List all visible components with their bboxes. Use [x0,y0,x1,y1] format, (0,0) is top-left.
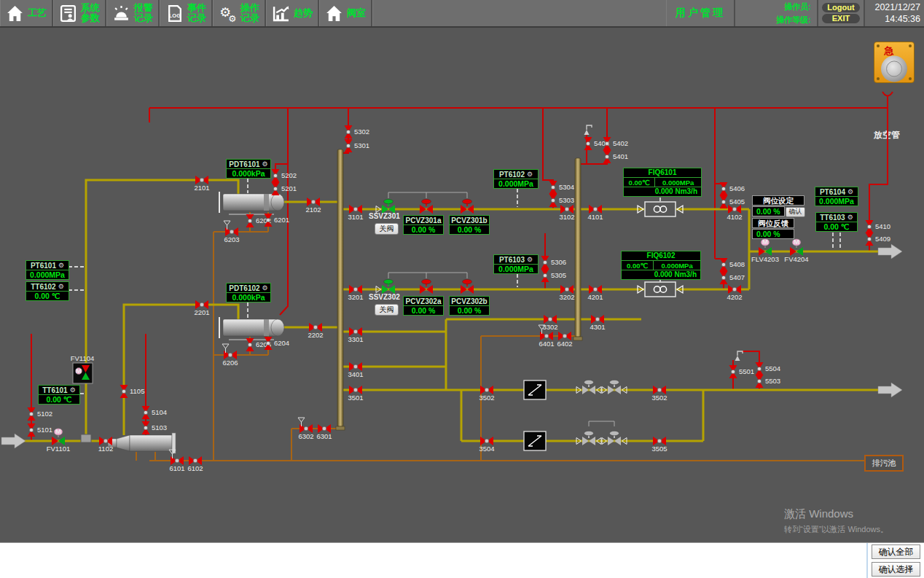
user-management-button[interactable]: 用户管理 [666,0,735,26]
instrument-pcvz302a[interactable]: PCVZ302a0.00 % [403,296,444,316]
valve-6203: 6203 [224,221,240,243]
gear-icon[interactable]: ⚙ [262,284,268,292]
valve-tag: 3102 [559,213,574,221]
valve-tag: 5303 [559,196,574,204]
gear-icon[interactable]: ⚙ [847,188,853,195]
valve-5301: 5301 [345,139,370,152]
valve-3505: 3505 [651,437,667,453]
valve-ya[interactable] [602,431,627,445]
instrument-value: 0.00 ℃ [26,292,68,300]
valve-tag: 5410 [875,222,890,230]
ssvz301-label: SSVZ301 [369,212,400,220]
logout-button[interactable]: Logout [822,3,860,12]
valve-tag: 6201 [274,216,289,224]
valve-tag: 5305 [551,271,566,279]
confirm-select-button[interactable]: 确认选择 [872,562,920,577]
valve-tag: 5301 [354,141,369,149]
datetime-display: 2021/12/27 14:45:36 [865,0,924,26]
instrument-tag: FIQ6101 [624,168,701,178]
estop-mushroom-icon[interactable] [881,55,907,82]
valve-setpoint-confirm-button[interactable]: 确认 [786,207,805,217]
ssvz302-close-valve-button[interactable]: 关阀 [375,304,399,316]
instrument-tt6103[interactable]: TT6103⚙0.00 ℃ [815,212,858,232]
manifold-bar-1 [336,149,345,430]
nav-alarm-2[interactable]: 报警 记录 [106,0,160,26]
valve-3102: 3102 [559,205,574,221]
instrument-fiq6101[interactable]: FIQ61010.00℃0.000MPa0.000 Nm3/h [623,168,702,197]
valve-6102: 6102 [187,456,203,472]
nav-home-6[interactable]: 阀室 [319,0,372,26]
valve-ya[interactable] [576,380,601,394]
emergency-stop-button[interactable]: 急停 [874,42,915,83]
svg-text:LOG: LOG [169,12,181,18]
valve-tag: 5102 [37,410,52,418]
pipe-process [86,180,238,441]
valve-ra[interactable] [461,279,474,294]
instrument-pt6104[interactable]: PT6104⚙0.000MPa [815,187,858,206]
valve-feedback-label: 阀位反馈 [752,218,794,228]
confirm-all-button[interactable]: 确认全部 [872,544,920,559]
regulator-box-2 [524,431,546,450]
valve-tag: 5302 [354,128,369,136]
operator-label: 操作员: [735,1,811,12]
valve-5306: 5306 [541,256,567,269]
instrument-pdt6101[interactable]: PDT6101⚙0.000kPa [226,159,271,179]
gear-icon[interactable]: ⚙ [527,256,533,263]
instrument-fiq6102[interactable]: FIQ61020.00℃0.000MPa0.000 Nm3/h [621,251,701,280]
ssvz301-close-valve-button[interactable]: 关阀 [375,223,399,235]
valve-tag: 5402 [613,139,628,147]
valve-5303: 5303 [549,194,575,207]
valve-setpoint-label: 阀位设定 [752,195,804,206]
valve-tag: 2101 [194,184,209,192]
svg-text:M: M [794,238,799,246]
nav-home-0[interactable]: 工艺 [0,0,53,26]
gear-icon[interactable]: ⚙ [847,214,853,221]
instrument-value: 0.00 % [450,306,489,315]
valve-6101: 6101 [169,450,185,472]
gear-icon[interactable]: ⚙ [262,160,268,168]
exit-button[interactable]: EXIT [822,14,860,23]
valve-ya[interactable] [576,431,601,445]
valve-tag: 5306 [551,258,566,266]
log-icon: LOG [165,4,184,23]
valve-tag: 3502 [651,394,667,402]
gear-icon[interactable]: ⚙ [70,386,76,394]
valve-ya[interactable] [602,380,627,394]
valve-tag: 3202 [559,293,574,301]
gear-icon[interactable]: ⚙ [58,262,64,269]
instrument-tag: FIQ6102 [622,251,700,261]
instrument-tag: TT6102 [31,283,55,291]
valve-tag: 3302 [542,323,557,331]
valve-tag: 2201 [194,308,209,316]
nav-log-3[interactable]: LOG事件 记录 [160,0,213,26]
valve-ga[interactable] [376,279,395,294]
instrument-pdt6102[interactable]: PDT6102⚙0.000kPa [226,283,271,302]
instrument-tt6102[interactable]: TT6102⚙0.00 ℃ [26,281,69,301]
instrument-pt6101[interactable]: PT6101⚙0.000MPa [26,260,69,280]
instrument-tt6101[interactable]: TT6101⚙0.00 ℃ [38,385,80,405]
screw-icon [909,44,912,47]
instrument-pt6103[interactable]: PT6103⚙0.000MPa [493,254,539,274]
valve-tag: 5304 [559,183,574,191]
instrument-tag: PDT6101 [229,160,259,168]
instrument-pcvz301b[interactable]: PCVZ301b0.00 % [449,215,490,235]
valve-5401: 5401 [603,150,629,163]
nav-trend-5[interactable]: 趋势 [266,0,319,26]
instrument-tag: PDT6102 [229,284,259,292]
valve-tag: 6204 [274,339,289,347]
trend-icon [272,4,290,23]
valve-tag: 4201 [587,293,603,301]
valve-4101: 4101 [587,205,603,221]
valve-ra[interactable] [420,199,433,214]
nav-sysparam-1[interactable]: 系统 参数 [53,0,106,26]
valve-FV1104[interactable]: MFV1104 [71,354,95,383]
valve-ra[interactable] [420,279,433,294]
gear-icon[interactable]: ⚙ [527,171,533,178]
instrument-tag: PCVZ301a [406,216,442,224]
instrument-pcvz302b[interactable]: PCVZ302b0.00 % [449,296,490,316]
instrument-pcvz301a[interactable]: PCVZ301a0.00 % [403,215,444,235]
nav-oper-4[interactable]: ⚙⚙操作 记录 [213,0,266,26]
valve-ra[interactable] [461,199,474,214]
instrument-pt6102[interactable]: PT6102⚙0.000MPa [493,169,539,189]
gear-icon[interactable]: ⚙ [58,283,64,290]
